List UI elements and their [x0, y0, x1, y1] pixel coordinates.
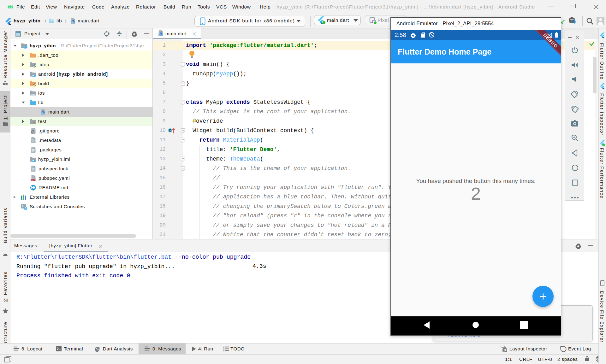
svg-text:YML: YML — [31, 179, 35, 181]
